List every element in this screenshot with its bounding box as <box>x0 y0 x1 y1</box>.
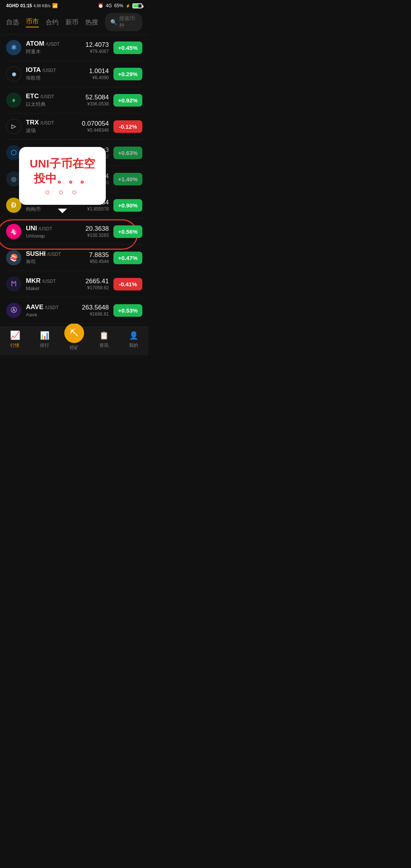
speech-bubble-wrapper: UNI子币在空投中。。。 ○ ○ ○ <box>19 147 106 205</box>
sushi-pair: /USDT <box>47 252 61 257</box>
atom-symbol: ATOM <box>26 40 44 48</box>
trx-price: 0.070054 ¥0.448346 <box>82 120 109 133</box>
iota-change: +0.29% <box>113 68 142 80</box>
atom-cn: 阿童木 <box>26 48 86 55</box>
aave-change: +0.53% <box>113 304 142 317</box>
tab-bishi[interactable]: 币市 <box>26 17 39 27</box>
search-box[interactable]: 🔍 搜索币种 <box>105 13 142 31</box>
battery-icon <box>132 3 142 8</box>
status-bar: 4GHD 01:15 4.00 KB/s 📶 ⏰ 4G 65% ⚡ <box>0 0 148 10</box>
uni-pair: /USDT <box>38 226 52 231</box>
etc-info: ETC /USDT 以太经典 <box>26 93 86 108</box>
coin-row-uni[interactable]: 🦄 UNI /USDT Uniswap 20.3638 ¥130.3283 +0… <box>6 219 142 245</box>
zixun-icon: 📋 <box>99 330 109 341</box>
iota-icon: ◉ <box>6 66 21 81</box>
iota-price-usd: 1.0014 <box>89 67 109 75</box>
mkr-change: -0.41% <box>113 278 142 290</box>
trx-cn: 波场 <box>26 127 82 134</box>
wakuang-label: 挖矿 <box>70 345 79 351</box>
search-placeholder: 搜索币种 <box>119 15 137 29</box>
speech-bubble: UNI子币在空投中。。。 ○ ○ ○ <box>19 147 106 205</box>
tab-resou[interactable]: 热搜 <box>85 18 98 27</box>
coin-row-sushi[interactable]: 🍣 SUSHI /USDT 寿司 7.8835 ¥50.4544 +0.47% <box>6 245 142 271</box>
lightning-icon: ⚡ <box>126 4 130 8</box>
trx-icon: ▷ <box>6 119 21 134</box>
aave-price-usd: 263.5648 <box>82 304 109 311</box>
coin-row-mkr[interactable]: Ϻ MKR /USDT Maker 2665.41 ¥17058.62 -0.4… <box>6 271 142 297</box>
tab-zixuan[interactable]: 自选 <box>6 18 19 27</box>
sushi-icon: 🍣 <box>6 250 21 265</box>
hangqing-icon: 📈 <box>10 330 20 341</box>
aave-icon: Ⓐ <box>6 303 21 318</box>
zixun-label: 资讯 <box>99 342 108 349</box>
etc-change: +0.92% <box>113 94 142 107</box>
coin-row-atom[interactable]: ⚛ ATOM /USDT 阿童木 12.4073 ¥79.4067 +0.45% <box>6 35 142 61</box>
atom-info: ATOM /USDT 阿童木 <box>26 40 86 55</box>
speech-bubble-text: UNI子币在空投中。。。 <box>30 156 95 186</box>
tab-heyue[interactable]: 合约 <box>46 18 59 27</box>
network-type: 4GHD <box>6 3 19 8</box>
mkr-price-cny: ¥17058.62 <box>86 285 109 290</box>
uni-cn: Uniswap <box>26 233 86 239</box>
atom-price-usd: 12.4073 <box>86 41 109 49</box>
etc-symbol: ETC <box>26 93 39 100</box>
bottom-nav: 📈 行情 📊 排行 ⛏ 挖矿 📋 资讯 👤 我的 <box>0 327 148 356</box>
battery-percent: 65% <box>114 3 123 8</box>
mkr-price-usd: 2665.41 <box>86 278 109 285</box>
aave-pair: /USDT <box>45 305 59 310</box>
paihang-icon: 📊 <box>39 330 50 341</box>
mkr-info: MKR /USDT Maker <box>26 277 86 291</box>
bottom-nav-paihang[interactable]: 📊 排行 <box>30 330 59 351</box>
tab-xinbi[interactable]: 新币 <box>65 18 78 27</box>
trx-price-usd: 0.070054 <box>82 120 109 128</box>
coin-list: UNI子币在空投中。。。 ○ ○ ○ ⚛ ATOM /USDT 阿童木 12.4… <box>0 35 148 324</box>
mkr-price: 2665.41 ¥17058.62 <box>86 278 109 290</box>
etc-pair: /USDT <box>40 94 54 99</box>
bottom-nav-wode[interactable]: 👤 我的 <box>119 330 148 351</box>
aave-info: AAVE /USDT Aave <box>26 303 82 318</box>
atom-price-cny: ¥79.4067 <box>86 49 109 54</box>
etc-price: 52.5084 ¥336.0538 <box>86 94 109 107</box>
atom-price: 12.4073 ¥79.4067 <box>86 41 109 54</box>
aave-cn: Aave <box>26 312 82 318</box>
wode-icon: 👤 <box>128 330 139 341</box>
doge-change: +0.90% <box>113 199 142 212</box>
sushi-change: +0.47% <box>113 252 142 264</box>
sushi-info: SUSHI /USDT 寿司 <box>26 250 89 265</box>
sushi-symbol: SUSHI <box>26 250 46 258</box>
atom-change: +0.45% <box>113 41 142 54</box>
coin-row-iota[interactable]: ◉ IOTA /USDT 埃欧塔 1.0014 ¥6.4090 +0.29% <box>6 61 142 87</box>
time: 01:15 <box>20 3 32 8</box>
search-icon: 🔍 <box>110 19 117 25</box>
nav-tabs: 自选 币市 合约 新币 热搜 🔍 搜索币种 <box>0 10 148 35</box>
etc-price-usd: 52.5084 <box>86 94 109 101</box>
etc-cn: 以太经典 <box>26 101 86 108</box>
coin-row-etc[interactable]: ♦ ETC /USDT 以太经典 52.5084 ¥336.0538 +0.92… <box>6 87 142 113</box>
sushi-price-usd: 7.8835 <box>89 251 109 259</box>
bottom-nav-wakuang[interactable]: ⛏ 挖矿 <box>59 330 89 351</box>
hangqing-label: 行情 <box>10 342 19 349</box>
doge-cn: 狗狗币 <box>26 206 82 213</box>
trx-pair: /USDT <box>40 120 54 126</box>
status-left: 4GHD 01:15 4.00 KB/s 📶 <box>6 3 58 8</box>
bottom-nav-hangqing[interactable]: 📈 行情 <box>0 330 30 351</box>
alarm-icon: ⏰ <box>98 3 104 8</box>
trx-price-cny: ¥0.448346 <box>82 128 109 133</box>
status-right: ⏰ 4G 65% ⚡ <box>98 3 142 8</box>
sushi-cn: 寿司 <box>26 258 89 265</box>
mkr-pair: /USDT <box>42 279 56 284</box>
uni-info: UNI /USDT Uniswap <box>26 225 86 239</box>
bottom-nav-zixun[interactable]: 📋 资讯 <box>89 330 119 351</box>
iota-price: 1.0014 ¥6.4090 <box>89 67 109 80</box>
atom-pair: /USDT <box>46 41 59 47</box>
coin-row-aave[interactable]: Ⓐ AAVE /USDT Aave 263.5648 ¥1686.81 +0.5… <box>6 297 142 324</box>
wode-label: 我的 <box>129 342 138 349</box>
sushi-price-cny: ¥50.4544 <box>89 259 109 264</box>
trx-info: TRX /USDT 波场 <box>26 119 82 134</box>
iota-info: IOTA /USDT 埃欧塔 <box>26 66 89 81</box>
4g-label: 4G <box>106 3 112 8</box>
uni-price-cny: ¥130.3283 <box>86 233 109 238</box>
doge-price-cny: ¥1.855578 <box>82 206 109 212</box>
iota-symbol: IOTA <box>26 66 41 74</box>
coin-row-trx[interactable]: ▷ TRX /USDT 波场 0.070054 ¥0.448346 -0.12% <box>6 113 142 140</box>
